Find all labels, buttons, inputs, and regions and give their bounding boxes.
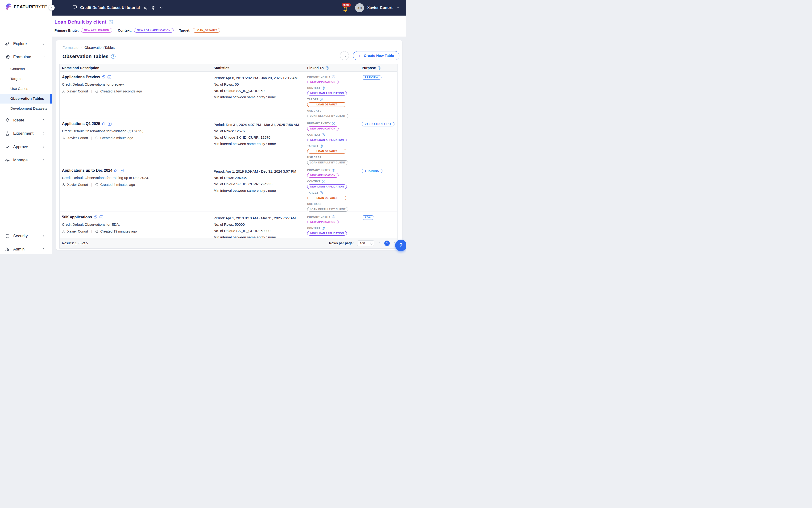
row-name[interactable]: 50K applications <box>62 215 92 219</box>
section-title: Observation Tables <box>62 53 108 59</box>
page-title: Loan Default by client <box>54 19 106 25</box>
breadcrumb-item-formulate[interactable]: Formulate <box>62 45 79 49</box>
edit-icon[interactable] <box>109 20 113 24</box>
stat-line: No. of Unique SK_ID_CURR: 294935 <box>214 181 303 187</box>
stat-line: No. of Rows: 50000 <box>214 221 303 227</box>
id-icon[interactable]: ID <box>99 215 103 219</box>
sidebar-item-security[interactable]: Security <box>0 231 52 241</box>
copy-icon[interactable] <box>102 75 106 79</box>
linked-help-icon[interactable]: ? <box>320 144 323 147</box>
user-menu-chevron-down-icon[interactable] <box>396 6 400 10</box>
linked-group-use-case: USE CASELOAN DEFAULT BY CLIENT <box>307 109 357 118</box>
linked-group-primary-entity: PRIMARY ENTITY?NEW APPLICATION <box>307 215 357 224</box>
workspace-chevron-down-icon[interactable] <box>160 6 163 10</box>
page-number-button[interactable]: 1 <box>384 241 390 246</box>
workspace-selector[interactable]: Credit Default Dataset UI tutorial <box>73 5 140 11</box>
linked-badge: NEW APPLICATION <box>307 126 339 131</box>
linked-group-target: TARGET? <box>307 238 357 238</box>
id-icon[interactable]: ID <box>107 75 111 79</box>
sidebar-item-admin[interactable]: Admin <box>0 245 52 254</box>
stat-line: Period: Dec 31, 2024 4:07 PM - Mar 31, 2… <box>214 122 303 128</box>
linked-to-cell: PRIMARY ENTITY?NEW APPLICATIONCONTEXT?NE… <box>305 72 359 118</box>
linked-badge: NEW LOAN APPLICATION <box>307 231 347 236</box>
entity-field-context: Context:NEW LOAN APPLICATION <box>118 28 174 33</box>
sidebar-item-development-datasets[interactable]: Development Datasets <box>0 103 52 114</box>
search-icon <box>342 53 346 58</box>
id-icon[interactable]: ID <box>120 169 124 172</box>
row-description: Credit Default Observations for preview. <box>62 82 209 86</box>
column-help-icon[interactable]: ? <box>326 66 329 70</box>
linked-badge: NEW LOAN APPLICATION <box>307 184 347 189</box>
telescope-icon <box>5 42 10 46</box>
workspace-title: Credit Default Dataset UI tutorial <box>80 6 140 10</box>
clock-icon <box>95 136 98 140</box>
linked-badge: NEW LOAN APPLICATION <box>307 138 347 142</box>
copy-icon[interactable] <box>114 169 118 172</box>
sidebar-collapse-button[interactable] <box>49 5 55 11</box>
share-icon[interactable] <box>143 6 148 10</box>
lightbulb-icon <box>5 118 10 123</box>
linked-help-icon[interactable]: ? <box>322 133 325 136</box>
breadcrumb-item-observation-tables: Observation Tables <box>84 45 115 49</box>
linked-to-cell: PRIMARY ENTITY?NEW APPLICATIONCONTEXT?NE… <box>305 165 359 212</box>
avatar[interactable]: XC <box>355 3 364 12</box>
sidebar-item-contexts[interactable]: Contexts <box>0 64 52 74</box>
table-row-applications-q1-2025[interactable]: Applications Q1 2025IDCredit Default Obs… <box>60 118 397 165</box>
stat-line: Period: Apr 1, 2019 8:10 AM - Mar 31, 20… <box>214 215 303 221</box>
stat-line: Min interval between same entity : none <box>214 234 303 238</box>
entity-field-target: Target:LOAN_DEFAULT <box>179 28 220 33</box>
sidebar-item-manage[interactable]: Manage <box>0 156 52 165</box>
section-help-icon[interactable]: ? <box>111 54 116 59</box>
name-description-cell: Applications up to Dec 2024IDCredit Defa… <box>60 165 211 212</box>
linked-help-icon[interactable]: ? <box>322 180 325 183</box>
linked-badge: NEW LOAN APPLICATION <box>307 91 347 95</box>
linked-help-icon[interactable]: ? <box>332 75 335 78</box>
sidebar-item-observation-tables[interactable]: Observation Tables <box>0 94 52 103</box>
table-footer: Results: 1 - 5 of 5 Rows per page: 100 1 <box>60 238 397 248</box>
rows-per-page-select[interactable]: 100 <box>357 240 374 246</box>
linked-help-icon[interactable]: ? <box>332 215 335 218</box>
linked-help-icon[interactable]: ? <box>322 227 325 230</box>
sidebar-item-formulate[interactable]: Formulate <box>0 52 52 62</box>
sidebar-item-targets[interactable]: Targets <box>0 74 52 84</box>
table-row-50k-applications[interactable]: 50K applicationsIDCredit Default Observa… <box>60 212 397 238</box>
sidebar-item-ideate[interactable]: Ideate <box>0 116 52 125</box>
linked-group-primary-entity: PRIMARY ENTITY?NEW APPLICATION <box>307 168 357 178</box>
linked-group-target: TARGET?LOAN DEFAULT <box>307 97 357 107</box>
entity-badge: NEW APPLICATION <box>81 28 112 33</box>
sidebar-item-explore[interactable]: Explore <box>0 39 52 49</box>
table-row-applications-preview[interactable]: Applications PreviewIDCredit Default Obs… <box>60 72 397 118</box>
row-name[interactable]: Applications Q1 2025 <box>62 122 100 126</box>
copy-icon[interactable] <box>94 215 98 219</box>
name-description-cell: 50K applicationsIDCredit Default Observa… <box>60 212 211 238</box>
user-name[interactable]: Xavier Conort <box>367 6 393 10</box>
id-icon[interactable]: ID <box>108 122 111 126</box>
app-root: FEATUREBYTE ExploreFormulateContextsTarg… <box>0 0 406 254</box>
search-button[interactable] <box>340 51 349 60</box>
linked-help-icon[interactable]: ? <box>332 122 335 125</box>
copy-icon[interactable] <box>102 122 106 126</box>
linked-help-icon[interactable]: ? <box>332 169 335 172</box>
sidebar-item-experiment[interactable]: Experiment <box>0 129 52 138</box>
linked-help-icon[interactable]: ? <box>322 87 325 90</box>
linked-to-cell: PRIMARY ENTITY?NEW APPLICATIONCONTEXT?NE… <box>305 212 359 238</box>
stat-line: Period: Apr 8, 2019 5:02 PM - Jan 20, 20… <box>214 75 303 81</box>
linked-help-icon[interactable]: ? <box>320 98 323 101</box>
linked-group-target: TARGET?LOAN DEFAULT <box>307 144 357 154</box>
gear-icon[interactable] <box>151 6 156 10</box>
row-name[interactable]: Applications Preview <box>62 75 100 79</box>
linked-badge: NEW APPLICATION <box>307 80 339 84</box>
column-help-icon[interactable]: ? <box>378 66 381 70</box>
sidebar-divider <box>0 231 52 231</box>
help-fab[interactable]: ? <box>395 240 406 251</box>
rows-per-page-label: Rows per page: <box>329 241 354 245</box>
linked-help-icon[interactable]: ? <box>320 191 323 194</box>
sidebar-item-approve[interactable]: Approve <box>0 142 52 152</box>
create-new-table-button[interactable]: + Create New Table <box>353 51 399 60</box>
previous-page-button[interactable] <box>378 242 381 245</box>
entity-field-label: Target: <box>179 29 190 32</box>
table-row-applications-up-to-dec-2024[interactable]: Applications up to Dec 2024IDCredit Defa… <box>60 165 397 212</box>
sidebar-item-use-cases[interactable]: Use Cases <box>0 84 52 94</box>
notifications-button[interactable]: 999+ <box>342 3 352 13</box>
row-name[interactable]: Applications up to Dec 2024 <box>62 168 112 173</box>
